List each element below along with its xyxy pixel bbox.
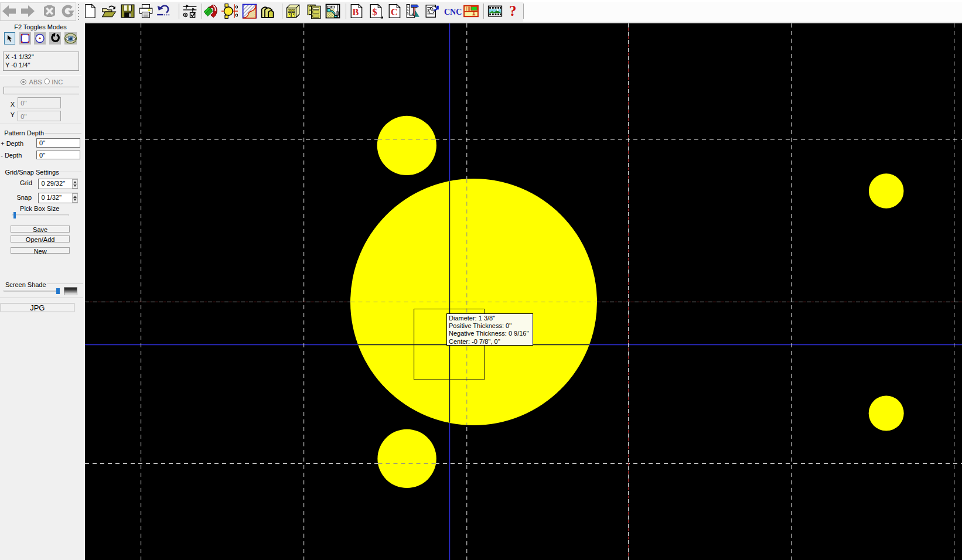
svg-text:C: C bbox=[391, 7, 398, 18]
svg-text:B: B bbox=[353, 7, 359, 18]
svg-text:$: $ bbox=[373, 7, 377, 18]
